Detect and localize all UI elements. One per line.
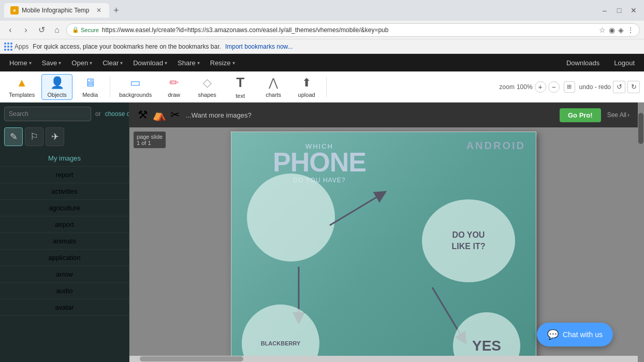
draw-icon: ✏ xyxy=(169,76,179,90)
menu-open-label: Open xyxy=(71,59,88,67)
address-bar[interactable]: 🔒 Secure https://www.easel.ly/create?id=… xyxy=(66,23,640,37)
text-icon: T xyxy=(236,75,244,91)
back-button[interactable]: ‹ xyxy=(4,24,17,36)
text-label: text xyxy=(236,93,245,99)
menu-downloads[interactable]: Downloads xyxy=(561,57,605,69)
zoom-in-button[interactable]: + xyxy=(535,81,546,93)
see-all-button[interactable]: See All › xyxy=(607,111,630,119)
close-button[interactable]: ✕ xyxy=(627,4,640,17)
undo-button[interactable]: ↺ xyxy=(613,81,625,93)
browser-controls: e Mobile Infographic Temp ✕ + xyxy=(4,3,124,18)
tab-bar: e Mobile Infographic Temp ✕ + xyxy=(4,3,124,18)
menu-home-label: Home xyxy=(9,59,27,67)
menu-home[interactable]: Home ▾ xyxy=(4,57,37,69)
category-application[interactable]: application xyxy=(0,250,129,266)
category-report[interactable]: report xyxy=(0,167,129,183)
category-dropdown[interactable]: choose category ▾ xyxy=(105,110,129,118)
menu-dots-icon[interactable]: ⋮ xyxy=(627,26,634,34)
grid-button[interactable]: ⊞ xyxy=(564,81,575,93)
category-audio-label: audio xyxy=(56,287,73,295)
media-button[interactable]: 🖥 Media xyxy=(75,74,106,100)
main-circle xyxy=(247,173,335,262)
new-tab-button[interactable]: + xyxy=(109,3,124,18)
search-row: or choose category ▾ xyxy=(0,103,129,125)
menu-save[interactable]: Save ▾ xyxy=(37,57,67,69)
import-bookmarks-link[interactable]: Import bookmarks now... xyxy=(225,43,293,50)
tab-close-button[interactable]: ✕ xyxy=(95,6,103,15)
reload-button[interactable]: ↺ xyxy=(35,24,48,36)
menu-save-arrow: ▾ xyxy=(58,60,61,66)
backgrounds-button[interactable]: ▭ backgrounds xyxy=(114,74,156,100)
pro-icon-1: ⚒ xyxy=(138,108,148,122)
undo-redo-label: undo - redo xyxy=(579,83,611,91)
redo-button[interactable]: ↻ xyxy=(627,81,640,93)
maximize-button[interactable]: □ xyxy=(613,4,625,17)
upload-label: upload xyxy=(298,92,315,98)
menu-download[interactable]: Download ▾ xyxy=(128,57,172,69)
see-all-arrow-icon: › xyxy=(627,111,630,119)
apps-label: Apps xyxy=(14,43,28,50)
menu-logout[interactable]: Logout xyxy=(609,57,640,69)
draw-button[interactable]: ✏ draw xyxy=(158,74,189,100)
phone-text: PHONE xyxy=(273,150,366,175)
minimize-button[interactable]: – xyxy=(598,4,611,17)
pro-icons: ⚒ ⛺ ✂ xyxy=(138,108,180,122)
v-scroll-thumb[interactable] xyxy=(638,113,643,144)
category-report-label: report xyxy=(56,171,74,179)
menu-clear[interactable]: Clear ▾ xyxy=(97,57,128,69)
canvas[interactable]: WHICH PHONE DO YOU HAVE? ANDROID xyxy=(231,132,536,356)
menu-save-label: Save xyxy=(42,59,57,67)
shapes-button[interactable]: ◇ shapes xyxy=(192,74,223,100)
menu-home-arrow: ▾ xyxy=(29,60,32,66)
text-button[interactable]: T text xyxy=(225,74,256,100)
menu-clear-arrow: ▾ xyxy=(120,60,123,66)
category-agriculture[interactable]: agriculture xyxy=(0,200,129,216)
templates-label: Templates xyxy=(9,92,35,98)
objects-tabs: ✎ ⚐ ✈ xyxy=(0,125,129,148)
category-audio[interactable]: audio xyxy=(0,283,129,299)
tab-all-objects[interactable]: ✎ xyxy=(4,127,23,146)
templates-button[interactable]: ▲ Templates xyxy=(4,74,39,100)
active-tab[interactable]: e Mobile Infographic Temp ✕ xyxy=(4,3,109,18)
category-arrow[interactable]: arrow xyxy=(0,266,129,283)
forward-button[interactable]: › xyxy=(20,24,32,36)
chat-button[interactable]: 💬 Chat with us xyxy=(537,323,613,346)
search-input[interactable] xyxy=(4,107,91,121)
vertical-scrollbar[interactable] xyxy=(638,103,644,362)
go-pro-button[interactable]: Go Pro! xyxy=(560,108,601,122)
category-avatar-label: avatar xyxy=(55,303,74,311)
h-scroll-thumb[interactable] xyxy=(140,356,243,361)
chat-icon: 💬 xyxy=(547,329,559,340)
category-avatar[interactable]: avatar xyxy=(0,299,129,316)
home-button[interactable]: ⌂ xyxy=(51,24,63,36)
menu-share[interactable]: Share ▾ xyxy=(172,57,205,69)
category-my-images[interactable]: My images xyxy=(0,150,129,167)
zoom-out-button[interactable]: − xyxy=(548,81,560,93)
charts-button[interactable]: ⋀ charts xyxy=(258,74,289,100)
extension-icon[interactable]: ◈ xyxy=(618,26,624,34)
category-activities[interactable]: activities xyxy=(0,183,129,200)
address-bar-row: ‹ › ↺ ⌂ 🔒 Secure https://www.easel.ly/cr… xyxy=(0,21,644,39)
menu-resize[interactable]: Resize ▾ xyxy=(205,57,240,69)
svg-line-0 xyxy=(330,194,382,225)
bookmark-icon[interactable]: ☆ xyxy=(599,26,606,34)
category-animals[interactable]: animals xyxy=(0,233,129,250)
undo-redo-controls: undo - redo ↺ ↻ xyxy=(579,81,640,93)
shapes-label: shapes xyxy=(198,92,216,98)
upload-button[interactable]: ⬆ upload xyxy=(291,74,322,100)
menu-open[interactable]: Open ▾ xyxy=(66,57,97,69)
toolbar-divider-2 xyxy=(326,77,327,97)
tab-flags[interactable]: ⚐ xyxy=(25,127,43,146)
do-you-like-text: DO YOULIKE IT? xyxy=(452,229,486,253)
apps-icon[interactable]: Apps xyxy=(4,42,28,51)
shapes-icon: ◇ xyxy=(203,76,212,90)
category-airport[interactable]: airport xyxy=(0,216,129,233)
menu-download-arrow: ▾ xyxy=(165,60,167,66)
objects-button[interactable]: 👤 Objects xyxy=(41,74,72,100)
horizontal-scrollbar[interactable] xyxy=(129,356,638,362)
canvas-wrapper[interactable]: WHICH PHONE DO YOU HAVE? ANDROID xyxy=(129,127,638,356)
profile-icon[interactable]: ◉ xyxy=(609,26,615,34)
page-number: 1 of 1 xyxy=(137,140,151,146)
tab-planes[interactable]: ✈ xyxy=(46,127,64,146)
apps-grid-icon xyxy=(4,42,12,51)
